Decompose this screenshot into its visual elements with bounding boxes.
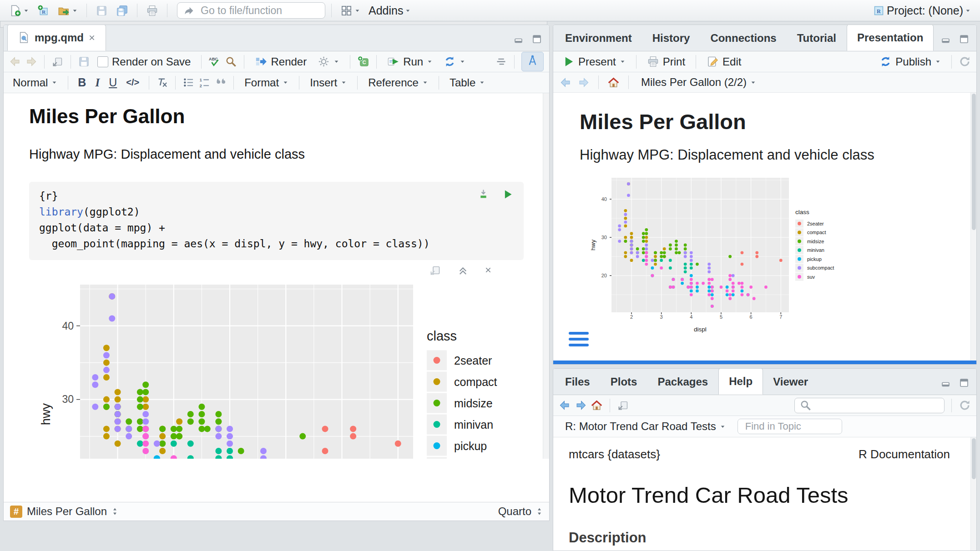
back-icon[interactable] <box>9 55 21 68</box>
close-icon[interactable] <box>88 34 96 41</box>
present-button[interactable]: Present <box>559 55 629 69</box>
tab-tutorial[interactable]: Tutorial <box>787 25 847 51</box>
svg-text:compact: compact <box>454 376 497 388</box>
home-icon[interactable] <box>607 76 620 89</box>
forward-icon[interactable] <box>575 399 587 411</box>
render-on-save-toggle[interactable]: Render on Save <box>94 55 194 69</box>
presentation-toolbar: Present Print Edit Publish <box>553 51 976 72</box>
print-presentation-button[interactable]: Print <box>643 55 689 69</box>
tab-files[interactable]: Files <box>555 369 601 395</box>
help-document[interactable]: mtcars {datasets} R Documentation Motor … <box>553 437 976 551</box>
forward-icon[interactable] <box>25 55 37 68</box>
maximize-pane-icon[interactable] <box>958 34 969 45</box>
slide-navigator[interactable]: Miles Per Gallon (2/2) <box>637 75 760 90</box>
tab-help[interactable]: Help <box>718 368 763 395</box>
show-in-window-icon[interactable] <box>617 399 629 411</box>
new-file-icon <box>9 5 21 17</box>
visual-editor-toggle[interactable] <box>521 52 544 71</box>
find-in-topic-input[interactable] <box>738 419 842 434</box>
new-project-button[interactable]: R <box>35 3 52 18</box>
forward-icon[interactable] <box>577 76 590 89</box>
chevron-down-icon <box>479 80 485 85</box>
bold-button[interactable]: B <box>75 76 89 89</box>
document-editor[interactable]: Miles Per Gallon Highway MPG: Displaceme… <box>4 93 549 459</box>
paragraph-style-select[interactable]: Normal <box>9 75 61 90</box>
find-replace-icon[interactable] <box>225 55 237 68</box>
format-menu[interactable]: Format <box>241 75 292 90</box>
goto-file-input[interactable] <box>200 4 306 17</box>
underline-button[interactable]: U <box>106 76 120 89</box>
open-file-button[interactable] <box>55 3 81 18</box>
code-format-button[interactable]: </> <box>123 77 142 88</box>
clear-output-icon[interactable] <box>485 266 492 274</box>
refresh-icon[interactable] <box>959 55 971 68</box>
tab-packages[interactable]: Packages <box>647 369 718 395</box>
tab-plots[interactable]: Plots <box>601 369 648 395</box>
project-menu[interactable]: R Project: (None) <box>870 3 974 19</box>
refresh-icon[interactable] <box>959 399 971 411</box>
spellcheck-icon[interactable]: ABC <box>208 56 221 68</box>
open-in-window-icon[interactable] <box>51 55 64 68</box>
r-code-chunk[interactable]: {r} library(ggplot2)ggplot(data = mpg) +… <box>29 182 524 260</box>
help-search-input[interactable] <box>815 399 948 412</box>
save-button[interactable] <box>93 3 111 18</box>
render-settings-button[interactable] <box>314 55 343 69</box>
edit-presentation-button[interactable]: Edit <box>703 55 745 69</box>
italic-button[interactable]: I <box>92 76 102 89</box>
tab-history[interactable]: History <box>642 25 701 51</box>
workspace-panes-button[interactable] <box>338 3 363 18</box>
tab-environment[interactable]: Environment <box>555 25 642 51</box>
outline-toggle-icon[interactable] <box>495 55 507 68</box>
slide-menu-button[interactable] <box>569 332 589 346</box>
table-menu[interactable]: Table <box>446 75 489 90</box>
tab-presentation[interactable]: Presentation <box>847 25 934 51</box>
maximize-pane-icon[interactable] <box>958 377 969 388</box>
render-icon <box>255 55 267 68</box>
goto-file-search[interactable] <box>177 2 325 19</box>
maximize-pane-icon[interactable] <box>531 34 542 45</box>
collapse-output-icon[interactable] <box>457 264 469 276</box>
editor-mode-selector[interactable]: Quarto <box>498 505 531 518</box>
help-topic-selector[interactable]: R: Motor Trend Car Road Tests <box>561 419 729 434</box>
numbered-list-icon[interactable]: 12 <box>198 76 211 89</box>
tab-viewer[interactable]: Viewer <box>763 369 818 395</box>
tab-title: mpg.qmd <box>35 31 84 44</box>
table-label: Table <box>450 76 475 89</box>
bullet-list-icon[interactable] <box>182 76 195 89</box>
print-button[interactable] <box>143 3 161 18</box>
minimize-pane-icon[interactable] <box>514 34 525 45</box>
addins-menu[interactable]: Addins <box>366 3 414 19</box>
back-icon[interactable] <box>559 399 571 411</box>
presentation-scrollbar[interactable] <box>970 93 976 362</box>
section-navigator[interactable]: Miles Per Gallon <box>27 505 107 518</box>
show-in-window-icon[interactable] <box>429 264 441 276</box>
reference-menu[interactable]: Reference <box>364 75 432 90</box>
help-search-box[interactable] <box>794 398 945 413</box>
home-icon[interactable] <box>591 399 603 411</box>
minimize-pane-icon[interactable] <box>941 34 952 45</box>
save-all-button[interactable] <box>113 3 131 18</box>
svg-text:4: 4 <box>690 314 692 320</box>
clear-formatting-icon[interactable] <box>156 76 168 89</box>
rerun-button[interactable] <box>440 55 469 69</box>
svg-text:1: 1 <box>200 78 202 82</box>
insert-chunk-icon[interactable]: C <box>357 55 369 68</box>
publish-button[interactable]: Publish <box>876 55 945 69</box>
help-toolbar <box>553 395 976 416</box>
insert-menu[interactable]: Insert <box>306 75 350 90</box>
tab-connections[interactable]: Connections <box>700 25 787 51</box>
presentation-slide[interactable]: Miles Per Gallon Highway MPG: Displaceme… <box>553 93 976 362</box>
blockquote-icon[interactable] <box>214 76 227 89</box>
run-chunk-icon[interactable] <box>501 188 514 200</box>
tab-mpg-qmd[interactable]: mpg.qmd <box>7 25 106 51</box>
editor-scrollbar[interactable] <box>543 93 549 459</box>
help-scrollbar[interactable] <box>970 437 976 551</box>
new-file-button[interactable] <box>6 3 32 18</box>
render-on-save-checkbox[interactable] <box>97 56 108 67</box>
render-button[interactable]: Render <box>251 55 310 69</box>
save-icon[interactable] <box>78 55 90 68</box>
run-chunks-above-icon[interactable] <box>477 188 490 200</box>
minimize-pane-icon[interactable] <box>941 377 952 388</box>
run-button[interactable]: Run <box>384 55 436 69</box>
back-icon[interactable] <box>560 76 572 89</box>
